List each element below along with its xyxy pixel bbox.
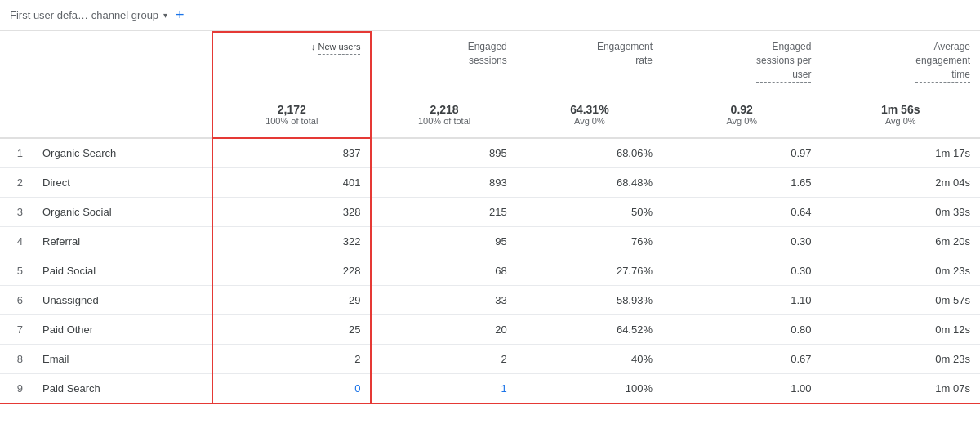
summary-engaged-sessions-sub: 100% of total bbox=[381, 116, 506, 126]
row-engagement-rate: 100% bbox=[517, 374, 662, 404]
table-row: 1 Organic Search 837 895 68.06% 0.97 1m … bbox=[0, 138, 980, 168]
row-index: 1 bbox=[0, 138, 33, 168]
row-index: 8 bbox=[0, 345, 33, 374]
row-engaged-sessions: 2 bbox=[371, 345, 516, 374]
row-channel-name: Email bbox=[33, 345, 212, 374]
th-avg-engagement-time[interactable]: Averageengagementtime bbox=[821, 32, 980, 91]
row-index: 5 bbox=[0, 256, 33, 286]
row-engaged-sessions-per-user: 0.30 bbox=[662, 256, 821, 286]
th-avg-engagement-time-label: Averageengagementtime bbox=[915, 40, 970, 83]
summary-engagement-rate-value: 64.31% bbox=[527, 103, 653, 116]
filter-row: First user defa… channel group ▾ + bbox=[0, 0, 980, 31]
row-channel-name: Referral bbox=[33, 227, 212, 256]
row-new-users: 401 bbox=[212, 168, 371, 198]
summary-avg-time-value: 1m 56s bbox=[831, 103, 970, 116]
summary-avg-engagement-time: 1m 56s Avg 0% bbox=[821, 91, 980, 139]
row-engaged-sessions-per-user: 0.67 bbox=[662, 345, 821, 374]
row-avg-engagement-time: 1m 17s bbox=[821, 138, 980, 168]
row-engaged-sessions: 68 bbox=[371, 256, 516, 286]
row-channel-name: Unassigned bbox=[33, 286, 212, 315]
row-engaged-sessions: 33 bbox=[371, 286, 516, 315]
table-row: 7 Paid Other 25 20 64.52% 0.80 0m 12s bbox=[0, 315, 980, 345]
summary-index bbox=[0, 91, 33, 139]
th-engagement-rate-label: Engagementrate bbox=[597, 40, 653, 69]
row-index: 4 bbox=[0, 227, 33, 256]
th-index bbox=[0, 32, 33, 91]
row-avg-engagement-time: 0m 39s bbox=[821, 198, 980, 227]
th-engaged-sessions-per-user-label: Engagedsessions peruser bbox=[756, 40, 811, 83]
summary-engagement-rate: 64.31% Avg 0% bbox=[517, 91, 662, 139]
row-engagement-rate: 64.52% bbox=[517, 315, 662, 345]
row-new-users: 25 bbox=[212, 315, 371, 345]
chevron-down-icon[interactable]: ▾ bbox=[163, 11, 167, 20]
table-row: 6 Unassigned 29 33 58.93% 1.10 0m 57s bbox=[0, 286, 980, 315]
row-engagement-rate: 68.48% bbox=[517, 168, 662, 198]
th-new-users-label: New users bbox=[318, 41, 361, 55]
row-avg-engagement-time: 0m 57s bbox=[821, 286, 980, 315]
row-avg-engagement-time: 2m 04s bbox=[821, 168, 980, 198]
table-row: 9 Paid Search 0 1 100% 1.00 1m 07s bbox=[0, 374, 980, 404]
table-row: 8 Email 2 2 40% 0.67 0m 23s bbox=[0, 345, 980, 374]
row-engaged-sessions: 95 bbox=[371, 227, 516, 256]
row-new-users: 29 bbox=[212, 286, 371, 315]
data-table: ↓ New users Engagedsessions Engagementra… bbox=[0, 31, 980, 404]
row-new-users: 328 bbox=[212, 198, 371, 227]
add-filter-button[interactable]: + bbox=[176, 7, 185, 24]
summary-row: 2,172 100% of total 2,218 100% of total … bbox=[0, 91, 980, 139]
summary-new-users: 2,172 100% of total bbox=[212, 91, 371, 139]
row-engaged-sessions: 215 bbox=[371, 198, 516, 227]
row-engaged-sessions-per-user: 1.65 bbox=[662, 168, 821, 198]
summary-engaged-sessions-value: 2,218 bbox=[381, 103, 506, 116]
row-engaged-sessions: 893 bbox=[371, 168, 516, 198]
row-index: 7 bbox=[0, 315, 33, 345]
row-index: 6 bbox=[0, 286, 33, 315]
analytics-table: First user defa… channel group ▾ + ↓ New… bbox=[0, 0, 980, 404]
th-name bbox=[33, 32, 212, 91]
row-channel-name: Direct bbox=[33, 168, 212, 198]
th-engaged-sessions-label: Engagedsessions bbox=[468, 40, 507, 69]
summary-engaged-sessions-per-user: 0.92 Avg 0% bbox=[662, 91, 821, 139]
row-engaged-sessions-per-user: 1.10 bbox=[662, 286, 821, 315]
row-channel-name: Organic Search bbox=[33, 138, 212, 168]
table-row: 2 Direct 401 893 68.48% 1.65 2m 04s bbox=[0, 168, 980, 198]
row-engaged-sessions-per-user: 1.00 bbox=[662, 374, 821, 404]
th-engaged-sessions-per-user[interactable]: Engagedsessions peruser bbox=[662, 32, 821, 91]
row-engaged-sessions-per-user: 0.64 bbox=[662, 198, 821, 227]
row-engagement-rate: 68.06% bbox=[517, 138, 662, 168]
row-index: 9 bbox=[0, 374, 33, 404]
row-new-users: 837 bbox=[212, 138, 371, 168]
summary-new-users-value: 2,172 bbox=[223, 103, 360, 116]
row-avg-engagement-time: 6m 20s bbox=[821, 227, 980, 256]
row-engaged-sessions-per-user: 0.97 bbox=[662, 138, 821, 168]
row-avg-engagement-time: 0m 23s bbox=[821, 345, 980, 374]
th-engaged-sessions[interactable]: Engagedsessions bbox=[371, 32, 516, 91]
sort-arrow-icon: ↓ New users bbox=[311, 41, 361, 55]
row-engaged-sessions-per-user: 0.80 bbox=[662, 315, 821, 345]
th-engagement-rate[interactable]: Engagementrate bbox=[517, 32, 662, 91]
summary-engagement-rate-sub: Avg 0% bbox=[527, 116, 653, 126]
table-header-row: ↓ New users Engagedsessions Engagementra… bbox=[0, 32, 980, 91]
row-channel-name: Paid Search bbox=[33, 374, 212, 404]
row-engagement-rate: 50% bbox=[517, 198, 662, 227]
table-row: 4 Referral 322 95 76% 0.30 6m 20s bbox=[0, 227, 980, 256]
row-engagement-rate: 27.76% bbox=[517, 256, 662, 286]
row-index: 3 bbox=[0, 198, 33, 227]
summary-new-users-sub: 100% of total bbox=[223, 116, 360, 126]
summary-engaged-sessions: 2,218 100% of total bbox=[371, 91, 516, 139]
row-new-users: 228 bbox=[212, 256, 371, 286]
summary-name bbox=[33, 91, 212, 139]
row-engaged-sessions: 895 bbox=[371, 138, 516, 168]
th-new-users[interactable]: ↓ New users bbox=[212, 32, 371, 91]
row-engagement-rate: 40% bbox=[517, 345, 662, 374]
row-engaged-sessions-per-user: 0.30 bbox=[662, 227, 821, 256]
row-engagement-rate: 76% bbox=[517, 227, 662, 256]
row-avg-engagement-time: 0m 12s bbox=[821, 315, 980, 345]
summary-avg-time-sub: Avg 0% bbox=[831, 116, 970, 126]
row-avg-engagement-time: 0m 23s bbox=[821, 256, 980, 286]
table-row: 3 Organic Social 328 215 50% 0.64 0m 39s bbox=[0, 198, 980, 227]
row-engaged-sessions: 20 bbox=[371, 315, 516, 345]
row-channel-name: Paid Social bbox=[33, 256, 212, 286]
row-new-users: 322 bbox=[212, 227, 371, 256]
row-new-users: 2 bbox=[212, 345, 371, 374]
table-row: 5 Paid Social 228 68 27.76% 0.30 0m 23s bbox=[0, 256, 980, 286]
